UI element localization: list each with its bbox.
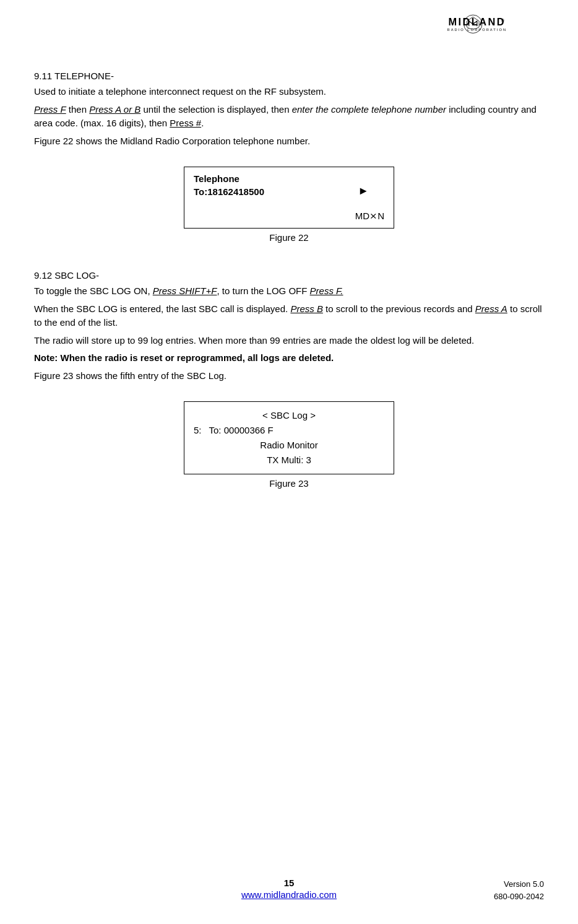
page-number: 15: [284, 878, 295, 888]
version-info: Version 5.0 680-090-2042: [494, 878, 544, 902]
press-b: Press B: [290, 303, 323, 314]
mdxn-label: MD⨯N: [355, 211, 384, 222]
para2-then1: then: [69, 104, 89, 115]
section-911-heading: 9.11 TELEPHONE-: [34, 71, 544, 81]
press-shift-f: Press SHIFT+F: [153, 285, 217, 296]
press-hash-text: Press #: [170, 118, 201, 128]
section-912-para3: The radio will store up to 99 log entrie…: [34, 334, 544, 348]
figure-23-container: < SBC Log > 5: To: 00000366 F Radio Moni…: [34, 401, 544, 489]
press-f-2: Press F.: [310, 285, 343, 296]
telephone-number: To:18162418500: [194, 186, 384, 197]
press-ab-text: Press A or B: [89, 104, 140, 115]
section-912-note: Note: When the radio is reset or reprogr…: [34, 351, 544, 365]
telephone-title: Telephone: [194, 173, 384, 184]
website-link[interactable]: www.midlandradio.com: [241, 889, 337, 900]
section-911-para3: Figure 22 shows the Midland Radio Corpor…: [34, 134, 544, 149]
sbc-line2-num: 5:: [194, 423, 202, 438]
part-number: 680-090-2042: [494, 891, 544, 903]
midland-logo: MIDLAND RADIO CORPORATION ®: [426, 12, 538, 43]
sbc-line3: Radio Monitor: [194, 438, 384, 453]
footer: 15 www.midlandradio.com Version 5.0 680-…: [0, 878, 578, 902]
logo-container: MIDLAND RADIO CORPORATION ®: [426, 12, 538, 43]
version-number: Version 5.0: [494, 878, 544, 891]
sbc-line4: TX Multi: 3: [194, 453, 384, 468]
sbc-line1: < SBC Log >: [194, 408, 384, 423]
section-912-para5: Figure 23 shows the fifth entry of the S…: [34, 369, 544, 383]
para1-suffix: , to turn the LOG OFF: [217, 285, 310, 296]
press-f-text: Press F: [34, 104, 66, 115]
section-912-heading: 9.12 SBC LOG-: [34, 270, 544, 281]
para2-prefix: When the SBC LOG is entered, the last SB…: [34, 303, 290, 314]
header: MIDLAND RADIO CORPORATION ®: [34, 12, 544, 43]
para2-until: until the selection is displayed, then: [144, 104, 292, 115]
section-911-para1: Used to initiate a telephone interconnec…: [34, 85, 544, 99]
figure-22-caption: Figure 22: [269, 232, 308, 243]
sbc-line2-to: To: 00000366 F: [209, 423, 274, 438]
figure-22-container: Telephone To:18162418500 ► MD⨯N Figure 2…: [34, 167, 544, 243]
section-912-para1: To toggle the SBC LOG ON, Press SHIFT+F,…: [34, 284, 544, 299]
sbc-figure-box: < SBC Log > 5: To: 00000366 F Radio Moni…: [184, 401, 394, 474]
play-icon: ►: [358, 185, 369, 198]
para2-then2: then: [147, 118, 170, 128]
svg-text:RADIO CORPORATION: RADIO CORPORATION: [447, 28, 507, 32]
telephone-figure-box: Telephone To:18162418500 ► MD⨯N: [184, 167, 394, 229]
svg-text:MIDLAND: MIDLAND: [449, 16, 506, 27]
para1-prefix: To toggle the SBC LOG ON,: [34, 285, 153, 296]
figure-23-caption: Figure 23: [269, 478, 308, 489]
section-912-para2: When the SBC LOG is entered, the last SB…: [34, 302, 544, 330]
section-911-para2: Press F then Press A or B until the sele…: [34, 103, 544, 131]
enter-complete-text: enter the complete telephone number: [292, 104, 446, 115]
svg-text:®: ®: [501, 19, 504, 23]
press-a: Press A: [475, 303, 507, 314]
page-container: MIDLAND RADIO CORPORATION ® 9.11 TELEPHO…: [0, 0, 578, 924]
para2-suffix1: to scroll to the previous records and: [323, 303, 475, 314]
sbc-line2: 5: To: 00000366 F: [194, 423, 384, 438]
